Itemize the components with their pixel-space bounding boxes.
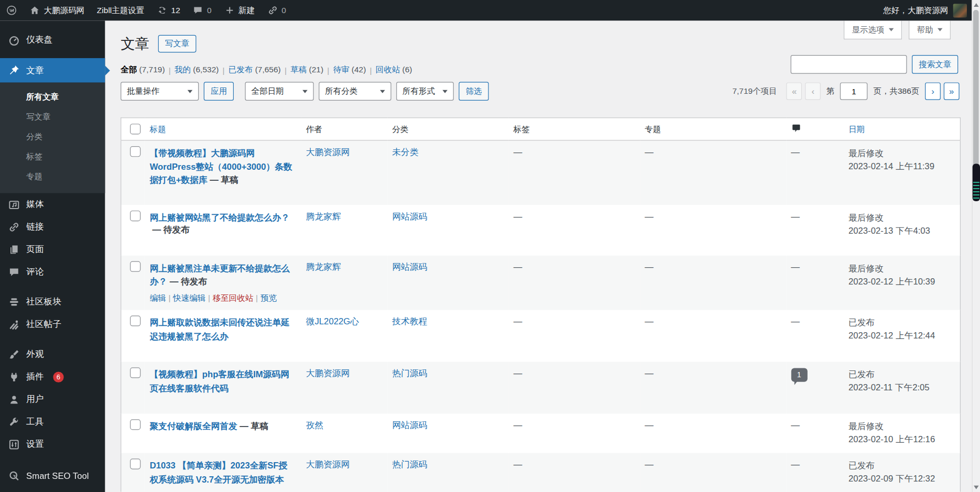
account-menu[interactable]: 您好，大鹏资源网 — [883, 4, 972, 17]
sidebar-item-media[interactable]: 媒体 — [0, 193, 105, 216]
post-state: — 待发布 — [152, 224, 189, 234]
date-filter-select[interactable]: 全部日期 — [245, 82, 313, 101]
row-checkbox[interactable] — [130, 210, 140, 221]
site-name: 大鹏源码网 — [43, 5, 84, 16]
filter-pending[interactable]: 待审 (42) — [333, 64, 366, 75]
search-input[interactable] — [791, 55, 907, 74]
quick-edit-link[interactable]: 快速编辑 — [173, 293, 205, 302]
submenu-topics[interactable]: 专题 — [0, 167, 105, 187]
sidebar-item-tools[interactable]: 工具 — [0, 411, 105, 433]
search-posts-button[interactable]: 搜索文章 — [912, 55, 958, 74]
header-title[interactable]: 标题 — [145, 118, 301, 140]
sidebar-item-pages[interactable]: 页面 — [0, 238, 105, 260]
author-link[interactable]: 孜然 — [306, 420, 323, 430]
sidebar-item-settings[interactable]: 设置 — [0, 433, 105, 455]
author-link[interactable]: 腾龙家辉 — [306, 211, 341, 221]
submenu-categories[interactable]: 分类 — [0, 127, 105, 147]
filter-mine[interactable]: 我的 (6,532) — [175, 64, 219, 75]
add-new-post-button[interactable]: 写文章 — [158, 35, 197, 52]
category-link[interactable]: 热门源码 — [392, 459, 427, 469]
screen-options-tab[interactable]: 显示选项 — [844, 20, 902, 39]
date-cell: 已发布2023-02-09 下午12:32 — [843, 453, 960, 491]
bulk-action-select[interactable]: 批量操作 — [121, 82, 199, 101]
sidebar-item-plugins[interactable]: 插件 6 — [0, 366, 105, 388]
post-title-link[interactable]: 【视频教程】php客服在线IM源码网页在线客服软件代码 — [150, 369, 289, 393]
author-link[interactable]: 大鹏资源网 — [306, 459, 350, 469]
zibll-theme-settings-menu[interactable]: Zibll主题设置 — [91, 0, 150, 20]
row-checkbox[interactable] — [130, 419, 140, 430]
sidebar-item-dashboard[interactable]: 仪表盘 — [0, 29, 105, 51]
author-link[interactable]: 大鹏资源网 — [306, 368, 350, 378]
filter-draft[interactable]: 草稿 (21) — [290, 64, 323, 75]
category-link[interactable]: 未分类 — [392, 147, 418, 157]
updates-menu[interactable]: 12 — [150, 0, 187, 20]
trash-link[interactable]: 移至回收站 — [213, 293, 254, 302]
prev-page-button: ‹ — [805, 82, 821, 100]
items-total: 7,719个项目 — [732, 85, 777, 96]
author-link[interactable]: 腾龙家辉 — [306, 261, 341, 271]
table-toolbar: 批量操作 应用 全部日期 所有分类 所有形式 筛选 7,719个项目 « ‹ 第… — [121, 82, 959, 101]
row-checkbox[interactable] — [130, 315, 140, 326]
format-filter-select[interactable]: 所有形式 — [396, 82, 454, 101]
row-checkbox[interactable] — [130, 146, 140, 157]
sidebar-label: 链接 — [26, 221, 43, 232]
filter-all[interactable]: 全部 (7,719) — [121, 64, 165, 75]
last-page-button[interactable]: » — [944, 82, 960, 100]
comment-count-bubble[interactable]: 1 — [791, 368, 807, 381]
sidebar-item-forums[interactable]: 社区板块 — [0, 291, 105, 313]
date-cell: 已发布2023-02-12 上午12:44 — [843, 310, 960, 362]
post-title-link[interactable]: 聚支付破解版全网首发 — [150, 421, 237, 431]
category-link[interactable]: 网站源码 — [392, 420, 427, 430]
sidebar-item-smart-seo-tool[interactable]: Smart SEO Tool — [0, 464, 105, 487]
sidebar-item-appearance[interactable]: 外观 — [0, 343, 105, 366]
sidebar-item-community-posts[interactable]: 社区帖子 — [0, 313, 105, 335]
category-filter-select[interactable]: 所有分类 — [319, 82, 391, 101]
vertical-scrollbar[interactable] — [972, 0, 980, 492]
new-content-menu[interactable]: 新建 — [218, 0, 261, 20]
comments-cell: — — [786, 140, 844, 205]
row-checkbox[interactable] — [130, 367, 140, 378]
category-link[interactable]: 网站源码 — [392, 261, 427, 271]
scroll-up-icon[interactable] — [974, 3, 979, 7]
plugin-update-badge: 6 — [53, 371, 63, 382]
topic-cell: — — [640, 413, 786, 453]
post-title-link[interactable]: D1033 【简单亲测】2023全新SF授权系统源码 V3.7全开源无加密版本 — [150, 461, 288, 484]
category-link[interactable]: 技术教程 — [392, 316, 427, 326]
scroll-down-icon[interactable] — [974, 486, 979, 489]
preview-link[interactable]: 预览 — [260, 293, 277, 302]
post-state: — 待发布 — [170, 276, 207, 286]
submenu-add-new[interactable]: 写文章 — [0, 107, 105, 127]
author-link[interactable]: 大鹏资源网 — [306, 147, 350, 157]
post-title-link[interactable]: 网上赌取款说数据未回传还说注单延迟违规被黑了怎么办 — [150, 318, 290, 341]
sidebar-item-links[interactable]: 链接 — [0, 215, 105, 238]
filter-trash[interactable]: 回收站 (6) — [376, 64, 412, 75]
edit-link[interactable]: 编辑 — [150, 293, 166, 302]
sidebar-item-comments[interactable]: 评论 — [0, 260, 105, 283]
sidebar-item-users[interactable]: 用户 — [0, 388, 105, 411]
category-link[interactable]: 热门源码 — [392, 368, 427, 378]
next-page-button[interactable]: › — [925, 82, 941, 100]
row-checkbox[interactable] — [130, 458, 140, 469]
sidebar-item-zibll-store[interactable]: Zibll商城 — [0, 487, 105, 492]
wordpress-logo-menu[interactable] — [0, 0, 23, 20]
filter-button[interactable]: 筛选 — [459, 82, 488, 101]
help-tab[interactable]: 帮助 — [909, 20, 951, 39]
sidebar-item-posts[interactable]: 文章 — [0, 58, 105, 83]
author-link[interactable]: 微JL2022G心 — [306, 316, 359, 326]
header-date[interactable]: 日期 — [843, 118, 960, 140]
submenu-all-posts[interactable]: 所有文章 — [0, 87, 105, 107]
post-title-link[interactable]: 网上赌被网站黑了不给提款怎么办？ — [150, 212, 290, 222]
comments-menu[interactable]: 0 — [187, 0, 218, 20]
category-link[interactable]: 网站源码 — [392, 211, 427, 221]
row-checkbox[interactable] — [130, 261, 140, 271]
current-page-input[interactable] — [840, 82, 867, 100]
header-author: 作者 — [301, 118, 387, 140]
apply-button[interactable]: 应用 — [204, 82, 234, 101]
site-name-menu[interactable]: 大鹏源码网 — [23, 0, 91, 20]
filter-published[interactable]: 已发布 (7,656) — [228, 64, 281, 75]
activity-icon — [7, 319, 20, 331]
submenu-tags[interactable]: 标签 — [0, 147, 105, 167]
page-title: 文章 — [121, 34, 149, 53]
links-menu[interactable]: 0 — [261, 0, 292, 20]
select-all-checkbox[interactable] — [130, 124, 140, 134]
